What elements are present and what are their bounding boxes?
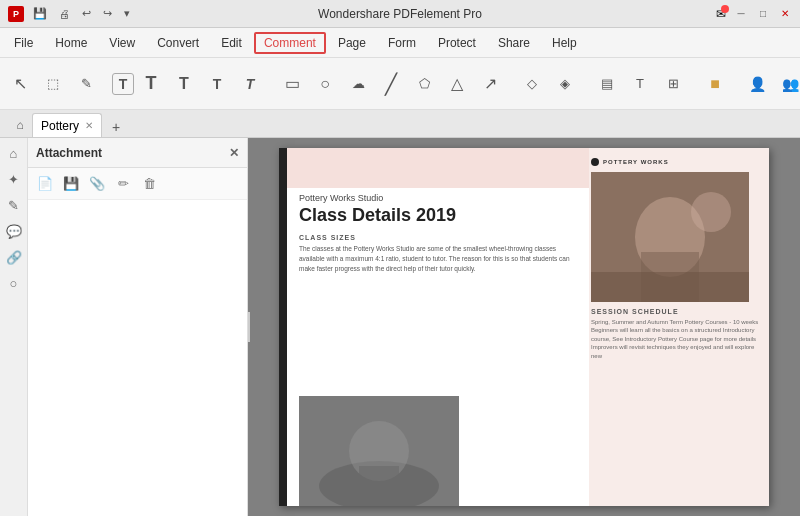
persons-btn[interactable]: 👥	[774, 64, 800, 104]
line-btn[interactable]: ╱	[375, 64, 407, 104]
main-area: ⌂ ✦ ✎ 💬 🔗 ○ Attachment ✕ 📄 💾 📎 ✏ 🗑 ‹	[0, 138, 800, 516]
pdf-session-title: SESSION SCHEDULE	[591, 308, 759, 315]
close-button[interactable]: ✕	[778, 7, 792, 21]
strikethrough-btn[interactable]: ◈	[549, 64, 581, 104]
left-sidebar: ⌂ ✦ ✎ 💬 🔗 ○	[0, 138, 28, 516]
polygon-btn[interactable]: ⬠	[408, 64, 440, 104]
menu-edit[interactable]: Edit	[211, 32, 252, 54]
ellipse-btn[interactable]: ○	[309, 64, 341, 104]
attachment-panel: Attachment ✕ 📄 💾 📎 ✏ 🗑	[28, 138, 248, 516]
text-box-btn[interactable]: T	[112, 73, 134, 95]
ribbon-toolbar: ↖ ⬚ ✎ T T T T T ▭ ○ ☁ ╱ ⬠ △ ↗ ◇ ◈ ▤ T ⊞ …	[0, 58, 800, 110]
text-field-btn[interactable]: T	[624, 64, 656, 104]
menu-form[interactable]: Form	[378, 32, 426, 54]
edit-attachment-btn[interactable]: ✏	[112, 173, 134, 195]
menu-page[interactable]: Page	[328, 32, 376, 54]
ribbon-shapes-group: ▭ ○ ☁ ╱ ⬠ △ ↗	[276, 64, 506, 104]
pdf-content-left: Pottery Works Studio Class Details 2019 …	[299, 193, 579, 281]
sidebar-home-icon[interactable]: ⌂	[3, 142, 25, 164]
text-block-btn[interactable]: ▤	[591, 64, 623, 104]
select-tool-btn[interactable]: ↖	[4, 64, 36, 104]
tab-close-btn[interactable]: ✕	[85, 120, 93, 131]
menu-comment[interactable]: Comment	[254, 32, 326, 54]
pdf-body-text: The classes at the Pottery Works Studio …	[299, 244, 579, 273]
highlight-btn[interactable]: ◇	[516, 64, 548, 104]
delete-attachment-btn[interactable]: 🗑	[138, 173, 160, 195]
pdf-main-title: Class Details 2019	[299, 205, 579, 226]
text-medium-btn[interactable]: T	[168, 64, 200, 104]
text-field2-btn[interactable]: ⊞	[657, 64, 689, 104]
panel-header: Attachment ✕	[28, 138, 247, 168]
email-button[interactable]: ✉	[716, 7, 726, 21]
menu-home[interactable]: Home	[45, 32, 97, 54]
pdf-page: Pottery Works Studio Class Details 2019 …	[279, 148, 769, 506]
menu-help[interactable]: Help	[542, 32, 587, 54]
sidebar-link-icon[interactable]: 🔗	[3, 246, 25, 268]
pottery-bottom-svg	[299, 396, 459, 506]
menu-file[interactable]: File	[4, 32, 43, 54]
app-icon: P	[8, 6, 24, 22]
sidebar-bookmark-icon[interactable]: ✦	[3, 168, 25, 190]
pdf-right-content: POTTERY WORKS SESSION SCHEDULE Spring, S…	[591, 158, 759, 360]
cloud-btn[interactable]: ☁	[342, 64, 374, 104]
pottery-circle	[591, 158, 599, 166]
pdf-right-photo	[591, 172, 749, 302]
ribbon-color-group: ■	[699, 64, 731, 104]
text-italic-btn[interactable]: T	[234, 64, 266, 104]
hand-tool-btn[interactable]: ✎	[70, 64, 102, 104]
color-box-btn[interactable]: ■	[699, 64, 731, 104]
sidebar-edit-icon[interactable]: ✎	[3, 194, 25, 216]
home-tab-btn[interactable]: ⌂	[8, 113, 32, 137]
sidebar-circle-icon[interactable]: ○	[3, 272, 25, 294]
title-bar-right: ✉ ─ □ ✕	[716, 7, 792, 21]
pin-attachment-btn[interactable]: 📎	[86, 173, 108, 195]
svg-rect-9	[299, 396, 459, 506]
menu-protect[interactable]: Protect	[428, 32, 486, 54]
panel-title: Attachment	[36, 146, 102, 160]
sidebar-comment-icon[interactable]: 💬	[3, 220, 25, 242]
pdf-subtitle: Pottery Works Studio	[299, 193, 579, 203]
pottery-tab[interactable]: Pottery ✕	[32, 113, 102, 137]
person-btn[interactable]: 👤	[741, 64, 773, 104]
add-attachment-btn[interactable]: 📄	[34, 173, 56, 195]
svg-rect-4	[591, 272, 749, 302]
triangle-btn[interactable]: △	[441, 64, 473, 104]
panel-close-btn[interactable]: ✕	[229, 146, 239, 160]
rectangle-btn[interactable]: ▭	[276, 64, 308, 104]
tab-label: Pottery	[41, 119, 79, 133]
pdf-left-bar	[279, 148, 287, 506]
ribbon-user-group: 👤 👥	[741, 64, 800, 104]
app-title: Wondershare PDFelement Pro	[318, 7, 482, 21]
ribbon-text-markup-group: ▤ T ⊞	[591, 64, 689, 104]
add-tab-btn[interactable]: +	[106, 117, 126, 137]
select2-tool-btn[interactable]: ⬚	[37, 64, 69, 104]
menu-share[interactable]: Share	[488, 32, 540, 54]
quick-save[interactable]: 💾	[30, 6, 50, 21]
save-attachment-btn[interactable]: 💾	[60, 173, 82, 195]
arrow-btn[interactable]: ↗	[474, 64, 506, 104]
pottery-logo-text: POTTERY WORKS	[603, 159, 669, 165]
ribbon-markup-group: ◇ ◈	[516, 64, 581, 104]
menu-view[interactable]: View	[99, 32, 145, 54]
ribbon-text-group: T T T T T	[112, 64, 266, 104]
quick-undo[interactable]: ↩	[79, 6, 94, 21]
pottery-photo-svg	[591, 172, 749, 302]
quick-print[interactable]: 🖨	[56, 7, 73, 21]
text-tool-btn[interactable]: T	[135, 64, 167, 104]
text-small-btn[interactable]: T	[201, 64, 233, 104]
minimize-button[interactable]: ─	[734, 7, 748, 21]
email-badge	[721, 5, 729, 13]
quick-redo[interactable]: ↪	[100, 6, 115, 21]
pdf-bottom-photo	[299, 396, 459, 506]
ribbon-select-group: ↖ ⬚ ✎	[4, 64, 102, 104]
panel-toolbar: 📄 💾 📎 ✏ 🗑	[28, 168, 247, 200]
title-bar: P 💾 🖨 ↩ ↪ ▾ Wondershare PDFelement Pro ✉…	[0, 0, 800, 28]
pdf-viewer: ‹ Pottery Works Studio Class Details 201…	[248, 138, 800, 516]
pdf-session-text: Spring, Summer and Autumn Term Pottery C…	[591, 318, 759, 360]
pottery-logo: POTTERY WORKS	[591, 158, 759, 166]
quick-menu[interactable]: ▾	[121, 6, 133, 21]
title-bar-left: P 💾 🖨 ↩ ↪ ▾	[8, 6, 133, 22]
maximize-button[interactable]: □	[756, 7, 770, 21]
menu-convert[interactable]: Convert	[147, 32, 209, 54]
panel-collapse-handle[interactable]: ‹	[248, 312, 250, 342]
